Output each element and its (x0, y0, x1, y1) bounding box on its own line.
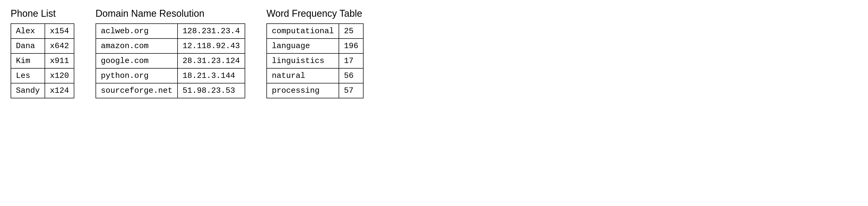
phone-name: Dana (11, 38, 45, 53)
phone-ext: x120 (45, 68, 74, 83)
frequency: 56 (339, 68, 363, 83)
domain-ip: 28.31.23.124 (178, 53, 245, 68)
domain-name: amazon.com (96, 38, 178, 53)
phone-name: Les (11, 68, 45, 83)
table-row: Dana x642 (11, 38, 74, 53)
table-row: processing 57 (267, 83, 363, 98)
table-row: Kim x911 (11, 53, 74, 68)
table-row: aclweb.org 128.231.23.4 (96, 24, 245, 38)
domain-list-table: aclweb.org 128.231.23.4 amazon.com 12.11… (96, 23, 245, 98)
table-row: google.com 28.31.23.124 (96, 53, 245, 68)
phone-name: Alex (11, 24, 45, 38)
word-freq-table: computational 25 language 196 linguistic… (267, 23, 364, 98)
table-row: linguistics 17 (267, 53, 363, 68)
phone-name: Kim (11, 53, 45, 68)
word: language (267, 38, 339, 53)
phone-list-title: Phone List (11, 8, 74, 19)
table-row: natural 56 (267, 68, 363, 83)
phone-ext: x642 (45, 38, 74, 53)
phone-ext: x911 (45, 53, 74, 68)
domain-list-section: Domain Name Resolution aclweb.org 128.23… (96, 8, 245, 98)
frequency: 25 (339, 24, 363, 38)
domain-name: google.com (96, 53, 178, 68)
table-row: sourceforge.net 51.98.23.53 (96, 83, 245, 98)
table-row: computational 25 (267, 24, 363, 38)
table-row: python.org 18.21.3.144 (96, 68, 245, 83)
word-freq-title: Word Frequency Table (267, 8, 364, 19)
frequency: 196 (339, 38, 363, 53)
word: processing (267, 83, 339, 98)
word: natural (267, 68, 339, 83)
domain-ip: 128.231.23.4 (178, 24, 245, 38)
table-row: Les x120 (11, 68, 74, 83)
domain-name: sourceforge.net (96, 83, 178, 98)
table-row: amazon.com 12.118.92.43 (96, 38, 245, 53)
domain-name: aclweb.org (96, 24, 178, 38)
frequency: 57 (339, 83, 363, 98)
word: linguistics (267, 53, 339, 68)
domain-list-title: Domain Name Resolution (96, 8, 245, 19)
word-freq-section: Word Frequency Table computational 25 la… (267, 8, 364, 98)
frequency: 17 (339, 53, 363, 68)
domain-ip: 18.21.3.144 (178, 68, 245, 83)
word: computational (267, 24, 339, 38)
phone-list-table: Alex x154 Dana x642 Kim x911 Les x120 Sa… (11, 23, 74, 98)
phone-ext: x124 (45, 83, 74, 98)
domain-ip: 51.98.23.53 (178, 83, 245, 98)
table-row: language 196 (267, 38, 363, 53)
phone-name: Sandy (11, 83, 45, 98)
table-row: Alex x154 (11, 24, 74, 38)
domain-ip: 12.118.92.43 (178, 38, 245, 53)
phone-ext: x154 (45, 24, 74, 38)
phone-list-section: Phone List Alex x154 Dana x642 Kim x911 … (11, 8, 74, 98)
table-row: Sandy x124 (11, 83, 74, 98)
domain-name: python.org (96, 68, 178, 83)
